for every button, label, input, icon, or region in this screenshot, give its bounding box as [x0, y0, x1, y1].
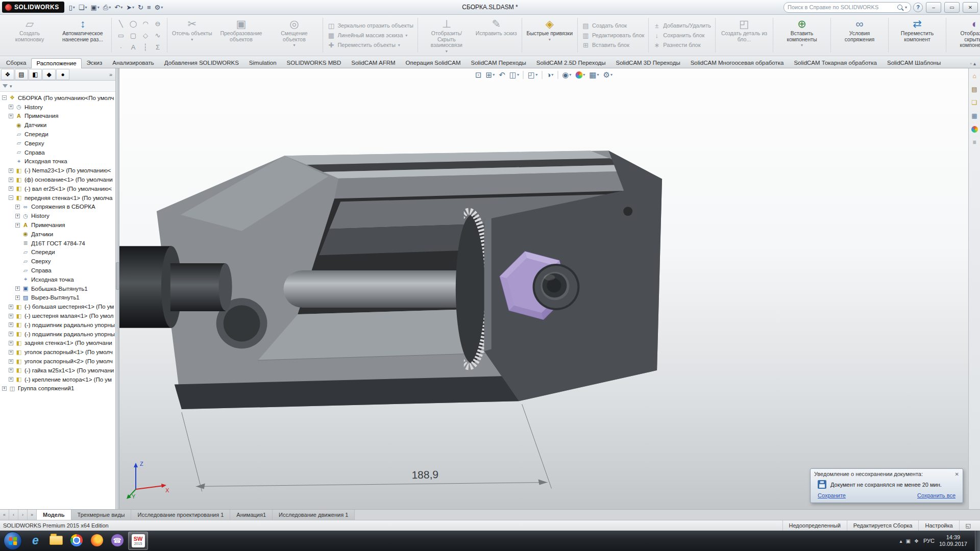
assembly-model[interactable] — [119, 151, 662, 409]
centerline-button[interactable]: ┆ — [139, 41, 152, 53]
добавить-удалить-button[interactable]: ±Добавить/Удалить — [653, 22, 711, 30]
save-button[interactable]: ▣▾ — [89, 2, 101, 12]
expand-plus-icon[interactable]: + — [15, 295, 20, 300]
tree-item-history[interactable]: +◷History — [0, 103, 115, 112]
tab-solidcam-3d-переходы[interactable]: SolidCAM 3D Переходы — [611, 58, 685, 68]
equation-button[interactable]: Σ — [152, 41, 164, 53]
отсечь-объекты-button[interactable]: ✂Отсечь объекты▾ — [169, 16, 214, 55]
print-button[interactable]: ⎙▾ — [102, 2, 112, 12]
tab-сборка[interactable]: Сборка — [1, 58, 31, 68]
зеркально-отразить-объекты-button[interactable]: ◫Зеркально отразить объекты — [327, 22, 413, 30]
tree-item-вал-er25-1-по-умолчанию[interactable]: +◧(-) вал er25<1> (По умолчанию< — [0, 184, 115, 193]
tree-item-примечания[interactable]: +AПримечания — [0, 112, 115, 121]
tray-status-1-icon[interactable]: ▣ — [905, 538, 910, 544]
tree-item-справа[interactable]: ▱Справа — [0, 148, 115, 157]
tab-solidworks-mbd[interactable]: SOLIDWORKS MBD — [282, 58, 347, 68]
language-indicator[interactable]: РУС — [923, 538, 935, 544]
expand-plus-icon[interactable]: + — [9, 359, 13, 364]
model-tab-исследование-проектирования-1[interactable]: Исследование проектирования 1 — [131, 510, 230, 520]
help-button[interactable]: ? — [913, 3, 923, 12]
tree-item-д16т-гост-4784-74[interactable]: ≣Д16Т ГОСТ 4784-74 — [0, 239, 115, 248]
преобразование-объектов-button[interactable]: ▣Преобразование объектов — [214, 16, 267, 55]
tab-эскиз[interactable]: Эскиз — [82, 58, 108, 68]
tree-item-сопряжения-в-сборка[interactable]: +∞Сопряжения в СБОРКА — [0, 203, 115, 212]
display-style-button[interactable]: ◑▾ — [545, 70, 555, 80]
restore-button[interactable]: ▭ — [944, 2, 960, 13]
expand-plus-icon[interactable]: + — [9, 105, 13, 109]
configurationmanager-tab[interactable]: ◧ — [29, 69, 42, 80]
text-button[interactable]: A — [127, 41, 139, 53]
panel-splitter[interactable] — [116, 68, 119, 509]
expand-plus-icon[interactable]: + — [9, 178, 13, 182]
expand-plus-icon[interactable]: + — [15, 223, 20, 228]
expand-plus-icon[interactable]: + — [9, 114, 13, 118]
быстрые-привязки-button[interactable]: ◈Быстрые привязки▾ — [524, 16, 575, 55]
создать-деталь-из-бло-button[interactable]: ◰Создать деталь из бло... — [718, 16, 771, 55]
expand-plus-icon[interactable]: + — [9, 168, 13, 173]
tab-solidcam-многоосевая-обработка[interactable]: SolidCAM Многоосевая обработка — [685, 58, 789, 68]
tab-solidcam-2-5d-переходы[interactable]: SolidCAM 2.5D Переходы — [531, 58, 611, 68]
условия-сопряжения-button[interactable]: ∞Условия сопряжения — [833, 16, 886, 55]
section-view-button[interactable]: ◫▾ — [508, 70, 521, 80]
tab-операция-solidcam[interactable]: Операция SolidCAM — [401, 58, 466, 68]
dimension-annotation[interactable]: 188,9 — [182, 404, 552, 491]
slot-button[interactable]: ▢ — [127, 30, 139, 41]
expand-plus-icon[interactable]: + — [15, 286, 20, 291]
model-tab-трехмерные-виды[interactable]: Трехмерные виды — [71, 510, 132, 520]
tree-item-сверху[interactable]: ▱Сверху — [0, 139, 115, 148]
expand-plus-icon[interactable]: + — [9, 368, 13, 372]
featuremanager-tab[interactable]: ❖ — [1, 69, 14, 80]
save-all-link[interactable]: Сохранить все — [917, 492, 955, 498]
search-input[interactable]: Поиск в Справке по SOLIDWORKS ▾ — [783, 2, 911, 13]
tree-item-ф-основание-1-по-умолчани[interactable]: +◧(ф) основание<1> (По умолчани — [0, 175, 115, 184]
save-link[interactable]: Сохраните — [818, 492, 846, 498]
tree-item-справа[interactable]: ▱Справа — [0, 266, 115, 275]
tab-добавления-solidworks[interactable]: Добавления SOLIDWORKS — [159, 58, 244, 68]
tree-item-уголок-распорный-2-по-умолч[interactable]: +◧уголок распорный<2> (По умолч — [0, 357, 115, 366]
taskbar-clock[interactable]: 14:39 10.09.2017 — [939, 534, 967, 547]
model-tab-анимация1[interactable]: Анимация1 — [230, 510, 273, 520]
select-button[interactable]: ➤▾ — [125, 2, 136, 12]
expand-minus-icon[interactable]: − — [2, 95, 7, 100]
previous-view-button[interactable]: ↶ — [497, 70, 507, 80]
line-button[interactable]: ╲ — [115, 18, 127, 30]
expand-plus-icon[interactable]: + — [2, 386, 7, 391]
вставить-компоненты-button[interactable]: ⊕Вставить компоненты▾ — [775, 16, 828, 55]
open-button[interactable]: ❏▾ — [77, 2, 89, 12]
new-document-button[interactable]: ▯▾ — [67, 2, 77, 12]
expand-plus-icon[interactable]: + — [9, 341, 13, 345]
collapse-commandmanager-icon[interactable]: ▴ — [973, 61, 976, 66]
dimxpertmanager-tab[interactable]: ◆ — [42, 69, 56, 80]
tab-scroll-3-button[interactable]: » — [28, 510, 37, 520]
tree-item-вырез-вытянуть1[interactable]: +▨Вырез-Вытянуть1 — [0, 293, 115, 303]
internet-explorer-taskbar-button[interactable]: e — [26, 532, 45, 549]
expand-plus-icon[interactable]: + — [9, 186, 13, 191]
tab-анализировать[interactable]: Анализировать — [107, 58, 159, 68]
expand-plus-icon[interactable]: + — [9, 332, 13, 336]
разнести-блок-button[interactable]: ∗Разнести блок — [653, 41, 711, 49]
float-commandmanager-icon[interactable]: ▫ — [970, 61, 972, 66]
tree-item-сверху[interactable]: ▱Сверху — [0, 257, 115, 266]
tree-item-history[interactable]: +◷History — [0, 211, 115, 220]
tree-item-исходная-точка[interactable]: ⌖Исходная точка — [0, 157, 115, 166]
tree-item-уголок-распорный-1-по-умолч[interactable]: +◧уголок распорный<1> (По умолч — [0, 347, 115, 357]
minimize-button[interactable]: – — [926, 2, 941, 13]
tray-status-2-icon[interactable]: ❖ — [914, 538, 919, 544]
options-button[interactable]: ⚙▾ — [153, 2, 165, 12]
expand-plus-icon[interactable]: + — [9, 314, 13, 318]
tree-item-датчики[interactable]: ◉Датчики — [0, 230, 115, 239]
model-tab-исследование-движения-1[interactable]: Исследование движения 1 — [273, 510, 355, 520]
tree-item-передняя-стенка-1-по-умолча[interactable]: −◧передняя стенка<1> (По умолча — [0, 193, 115, 203]
displaymanager-tab[interactable]: ● — [56, 69, 69, 80]
propertymanager-tab[interactable]: ▤ — [15, 69, 28, 80]
solidworks-resources-tab[interactable]: ⌂ — [970, 71, 979, 81]
view-palette-tab[interactable]: ▦ — [970, 111, 979, 120]
search-icon[interactable] — [897, 5, 902, 10]
viber-taskbar-button[interactable]: ☎ — [108, 532, 127, 549]
arc-button[interactable]: ◠ — [139, 18, 152, 30]
expand-plus-icon[interactable]: + — [9, 322, 13, 327]
tab-solidcam-afrm[interactable]: SolidCAM AFRM — [346, 58, 400, 68]
notification-close-icon[interactable]: ✕ — [955, 471, 959, 477]
statusbar-pane-toggle-icon[interactable]: ◱ — [959, 520, 977, 531]
hide-show-items-button[interactable]: ◉▾ — [560, 70, 573, 80]
